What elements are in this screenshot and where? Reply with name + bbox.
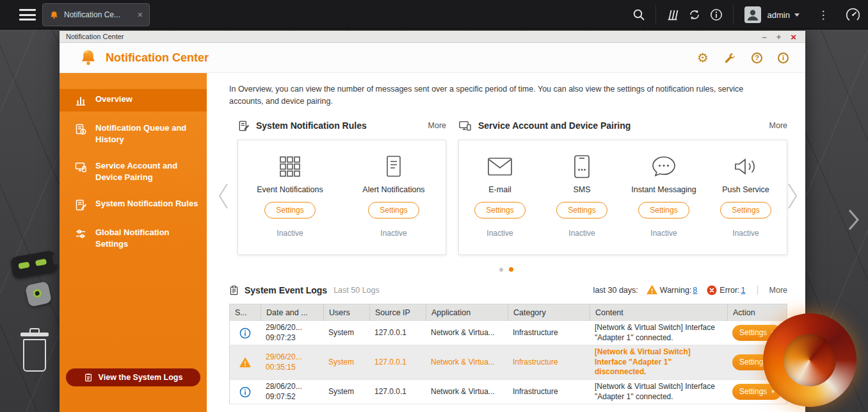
panel-title: Service Account and Device Pairing	[478, 120, 631, 131]
sidebar: Overview Notification Queue and History …	[60, 73, 207, 412]
view-system-logs-label: View the System Logs	[99, 373, 183, 382]
date-cell: 28/06/20...09:07:52	[261, 380, 323, 404]
rules-pencil-icon	[237, 120, 250, 132]
column-header-severity[interactable]: S...	[230, 304, 261, 321]
search-icon[interactable]	[628, 4, 650, 26]
user-avatar[interactable]	[744, 6, 761, 23]
user-menu-label[interactable]: admin	[768, 10, 790, 20]
wrench-icon[interactable]	[724, 52, 736, 64]
chat-bubble-icon	[651, 153, 677, 180]
table-row: 28/06/20...09:07:52 System 127.0.0.1 Net…	[230, 380, 787, 404]
desktop: Notification Ce... × admin ⋮	[0, 0, 868, 412]
card-event-notifications: Event Notifications Settings Inactive	[238, 140, 342, 254]
status-text: Inactive	[380, 229, 406, 238]
pagination-dot[interactable]	[499, 268, 503, 272]
warning-icon	[647, 284, 657, 295]
sidebar-item-service-account-device-pairing[interactable]: Service Account and Device Pairing	[60, 156, 207, 187]
settings-button[interactable]: Settings	[638, 202, 689, 218]
sidebar-item-global-notification-settings[interactable]: Global Notification Settings	[60, 222, 207, 254]
help-icon[interactable]: ?	[751, 53, 762, 63]
error-label: Error:	[719, 286, 739, 295]
column-header-date[interactable]: Date and ...	[261, 304, 323, 321]
window-title: Notification Center	[66, 33, 124, 40]
carousel-next-icon[interactable]	[786, 182, 799, 213]
period-label: last 30 days:	[593, 286, 638, 295]
app-header: Notification Center ⚙ ? i	[60, 43, 805, 73]
application-cell: Network & Virtua...	[426, 326, 508, 340]
logs-more-link[interactable]: More	[769, 286, 787, 295]
more-link[interactable]: More	[428, 121, 446, 130]
info-severity-icon	[230, 327, 261, 339]
source-ip-cell: 127.0.0.1	[369, 356, 426, 370]
pagination-dot-active[interactable]	[509, 267, 513, 272]
status-text: Inactive	[732, 229, 759, 238]
settings-button[interactable]: Settings	[556, 202, 607, 218]
column-header-content[interactable]: Content	[590, 304, 727, 321]
sidebar-item-label: Global Notification Settings	[95, 227, 199, 249]
settings-button[interactable]: Settings	[474, 202, 525, 218]
more-link[interactable]: More	[769, 121, 787, 130]
more-options-icon[interactable]: ⋮	[817, 8, 829, 22]
qboost-robot-widget[interactable]	[8, 247, 65, 318]
panel-system-notification-rules: System Notification Rules More Event Not…	[237, 118, 446, 255]
column-header-application[interactable]: Application	[426, 304, 508, 321]
monitor-device-icon	[74, 161, 87, 174]
source-ip-cell: 127.0.0.1	[369, 385, 426, 399]
users-cell: System	[323, 326, 369, 340]
window-titlebar: Notification Center – + ×	[60, 31, 805, 43]
minimize-button[interactable]: –	[762, 33, 766, 41]
users-cell: System	[323, 356, 369, 370]
bell-icon	[49, 10, 59, 20]
sidebar-item-overview[interactable]: Overview	[60, 89, 207, 111]
grid-icon	[278, 153, 302, 180]
app-tab-notification-center[interactable]: Notification Ce... ×	[42, 3, 150, 26]
panel-service-account-device-pairing: Service Account and Device Pairing More …	[458, 118, 787, 255]
carousel-previous-icon[interactable]	[217, 182, 230, 213]
table-row: 29/06/20...09:07:23 System 127.0.0.1 Net…	[230, 321, 787, 345]
trash-icon[interactable]	[19, 328, 50, 374]
sidebar-item-notification-queue-history[interactable]: Notification Queue and History	[60, 118, 207, 149]
error-icon	[707, 285, 717, 295]
notifications-info-icon[interactable]	[705, 4, 727, 26]
column-header-category[interactable]: Category	[508, 304, 590, 321]
status-text: Inactive	[568, 229, 595, 238]
application-cell: Network & Virtua...	[426, 385, 508, 399]
background-tasks-icon[interactable]	[662, 4, 684, 26]
app-tab-label: Notification Ce...	[64, 10, 133, 19]
card-push-service: Push Service Settings Inactive	[705, 140, 787, 254]
settings-button[interactable]: Settings	[368, 202, 419, 218]
phone-icon	[574, 153, 590, 180]
maximize-button[interactable]: +	[776, 33, 782, 41]
envelope-icon	[487, 153, 513, 180]
table-header-row: S... Date and ... Users Source IP Applic…	[230, 304, 787, 321]
column-header-source-ip[interactable]: Source IP	[369, 304, 426, 321]
warning-count-link[interactable]: 8	[693, 286, 697, 295]
status-text: Inactive	[650, 229, 677, 238]
sidebar-item-system-notification-rules[interactable]: System Notification Rules	[60, 194, 207, 216]
card-alert-notifications: Alert Notifications Settings Inactive	[342, 140, 446, 254]
firmware-update-icon[interactable]	[684, 4, 705, 26]
column-header-users[interactable]: Users	[323, 304, 369, 321]
category-cell: Infrastructure	[508, 385, 590, 399]
desktop-slide-next-icon[interactable]	[846, 208, 862, 235]
card-sms: SMS Settings Inactive	[541, 140, 623, 254]
card-label: Alert Notifications	[362, 185, 424, 194]
category-cell: Infrastructure	[508, 326, 590, 340]
warning-label: Warning:	[660, 286, 692, 295]
error-count-link[interactable]: 1	[741, 286, 746, 295]
dashboard-gauge-icon[interactable]	[844, 6, 862, 24]
column-header-action[interactable]: Action	[727, 304, 787, 321]
topbar-divider	[655, 5, 656, 24]
view-system-logs-button[interactable]: View the System Logs	[66, 368, 200, 386]
logs-title: System Event Logs	[245, 285, 327, 295]
tab-close-icon[interactable]: ×	[138, 10, 143, 19]
info-icon[interactable]: i	[778, 53, 789, 63]
info-severity-icon	[230, 386, 261, 398]
gear-icon[interactable]: ⚙	[697, 51, 709, 64]
main-menu-icon[interactable]	[19, 9, 36, 21]
settings-button[interactable]: Settings	[720, 202, 771, 218]
card-instant-messaging: Instant Messaging Settings Inactive	[623, 140, 705, 254]
close-button[interactable]: ×	[791, 32, 796, 42]
settings-button[interactable]: Settings	[264, 202, 315, 218]
card-label: SMS	[573, 185, 590, 194]
